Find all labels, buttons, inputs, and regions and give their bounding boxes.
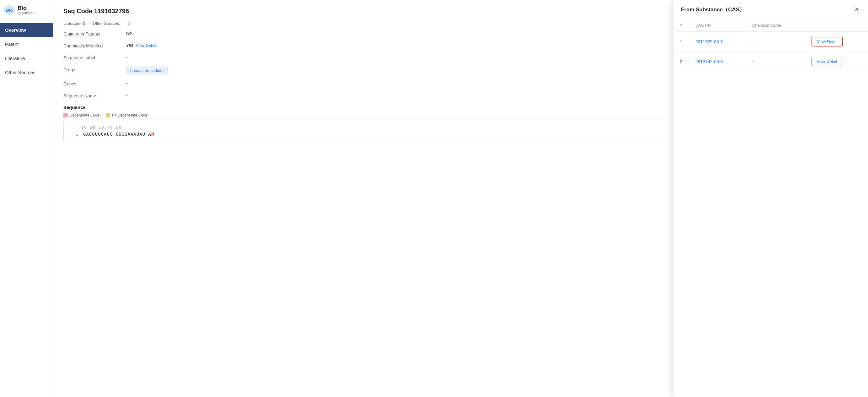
sequence-name-label: Sequence Name <box>63 93 126 98</box>
sequence-name-value: - <box>126 93 128 98</box>
legend-hit-degenerate-code: Hit Degenerate Code <box>106 113 148 117</box>
logo-bio-text: Bio <box>18 5 34 11</box>
other-sources-count-link[interactable]: 2 <box>128 21 130 26</box>
chemically-modified-label: Chemically Modified <box>63 43 126 48</box>
legend-degenerate-code-label: Degenerate Code <box>70 113 99 117</box>
svg-text:Bio: Bio <box>6 8 13 12</box>
table-row: 2 2812492-56-9 - View Detail <box>674 52 868 71</box>
bio-logo-icon: Bio <box>4 4 15 16</box>
row1-index: 1 <box>674 32 689 52</box>
claimed-in-patents-label: Claimed in Patents <box>63 31 126 36</box>
overlay-title: From Substance（CAS） <box>681 6 745 13</box>
sequence-line-num: 1 <box>69 132 78 137</box>
close-button[interactable]: ✕ <box>853 6 861 13</box>
row2-chemical-name: - <box>746 52 805 71</box>
row2-action: View Detail <box>805 52 868 71</box>
sequence-line-text: GACUUUCAUC CUGGAAAUAU AN <box>83 132 154 137</box>
overlay-content: # CAS RN Chemical Name 1 2811729-08-3 - … <box>674 19 868 71</box>
legend-degenerate-code-box <box>63 113 68 117</box>
legend-hit-degenerate-code-label: Hit Degenerate Code <box>112 113 148 117</box>
legend-hit-degenerate-code-box <box>106 113 110 117</box>
literature-count: Literature: 0 <box>63 21 85 26</box>
chemically-modified-value: Yes <box>126 43 133 48</box>
other-sources-label: Other Sources: <box>93 21 120 26</box>
legend-degenerate-code: Degenerate Code <box>63 113 99 117</box>
sidebar-item-patent[interactable]: Patent <box>0 37 53 51</box>
chemically-modified-view-detail-link[interactable]: View Detail <box>136 43 156 48</box>
row2-cas-rn[interactable]: 2812492-56-9 <box>689 52 746 71</box>
sidebar-item-overview[interactable]: Overview <box>0 23 53 37</box>
table-header-row: # CAS RN Chemical Name <box>674 19 868 32</box>
col-header-index: # <box>674 19 689 32</box>
table-row: 1 2811729-08-3 - View Detail <box>674 32 868 52</box>
sidebar-item-other-sources[interactable]: Other Sources <box>0 65 53 80</box>
row1-chemical-name: - <box>746 32 805 52</box>
col-header-action <box>805 19 868 32</box>
genes-value: - <box>126 81 128 86</box>
view-detail-button-2[interactable]: View Detail <box>811 57 843 66</box>
sequence-label-label: Sequence Label <box>63 55 126 60</box>
sequence-highlight-n: N <box>151 132 154 137</box>
row1-cas-rn[interactable]: 2811729-08-3 <box>689 32 746 52</box>
overlay-header: From Substance（CAS） ✕ <box>674 0 868 19</box>
logo-by-text: by patsnap <box>18 11 34 15</box>
col-header-chemical-name: Chemical Name <box>746 19 805 32</box>
drugs-label: Drugs <box>63 66 126 72</box>
sidebar-nav: Overview Patent Literature Other Sources <box>0 21 53 80</box>
claimed-in-patents-value: No <box>126 31 132 36</box>
row2-index: 2 <box>674 52 689 71</box>
drugs-value[interactable]: Lumasiran sodium <box>126 66 167 75</box>
col-header-cas-rn: CAS RN <box>689 19 746 32</box>
view-detail-button-1[interactable]: View Detail <box>811 37 843 47</box>
cas-table: # CAS RN Chemical Name 1 2811729-08-3 - … <box>674 19 868 71</box>
sidebar: Bio Bio by patsnap Overview Patent Liter… <box>0 0 53 397</box>
overlay-panel: From Substance（CAS） ✕ # CAS RN Chemical … <box>674 0 868 397</box>
logo: Bio Bio by patsnap <box>0 0 53 21</box>
genes-label: Genes <box>63 81 126 86</box>
sequence-label-value: - <box>126 55 128 60</box>
sidebar-item-literature[interactable]: Literature <box>0 51 53 65</box>
row1-action: View Detail <box>805 32 868 52</box>
